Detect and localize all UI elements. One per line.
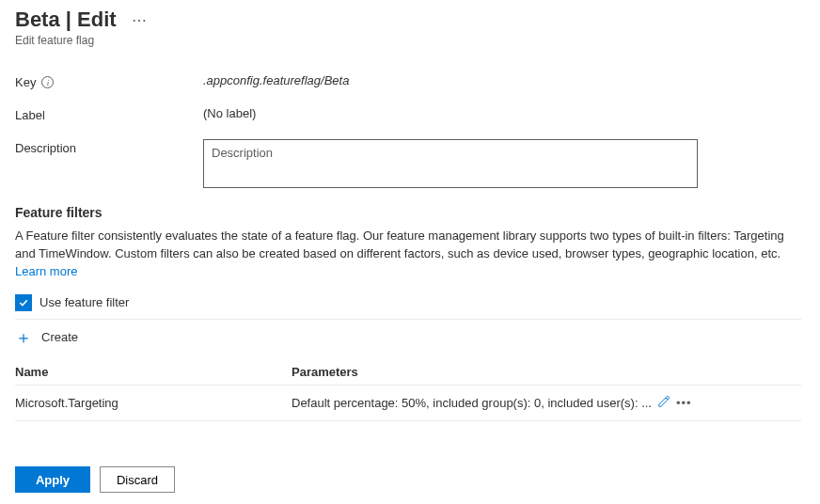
discard-button[interactable]: Discard bbox=[100, 466, 175, 493]
learn-more-link[interactable]: Learn more bbox=[15, 264, 77, 278]
table-row: Microsoft.Targeting Default percentage: … bbox=[15, 386, 801, 421]
plus-icon: ＋ bbox=[15, 329, 32, 346]
page-subtitle: Edit feature flag bbox=[15, 34, 801, 47]
label-value: (No label) bbox=[203, 106, 256, 120]
edit-icon[interactable] bbox=[657, 395, 670, 411]
filter-params: Default percentage: 50%, included group(… bbox=[292, 396, 652, 410]
create-filter-button[interactable]: ＋ Create bbox=[15, 329, 801, 346]
key-value: .appconfig.featureflag/Beta bbox=[203, 73, 349, 87]
page-title: Beta | Edit bbox=[15, 8, 117, 32]
apply-button[interactable]: Apply bbox=[15, 466, 90, 493]
label-label: Label bbox=[15, 108, 45, 122]
info-icon[interactable]: i bbox=[41, 76, 54, 88]
use-feature-filter-label: Use feature filter bbox=[39, 295, 129, 309]
create-label: Create bbox=[41, 330, 78, 344]
description-label: Description bbox=[15, 141, 76, 155]
use-feature-filter-checkbox[interactable] bbox=[15, 294, 32, 311]
checkmark-icon bbox=[18, 297, 29, 308]
description-input[interactable] bbox=[203, 139, 698, 188]
row-more-icon[interactable]: ••• bbox=[676, 396, 692, 410]
key-label: Key bbox=[15, 75, 36, 89]
filters-table-header: Name Parameters bbox=[15, 359, 801, 386]
feature-filters-description: A Feature filter consistently evaluates … bbox=[15, 228, 801, 281]
feature-filters-heading: Feature filters bbox=[15, 205, 801, 220]
header-more-icon[interactable]: ⋯ bbox=[128, 9, 150, 31]
col-params-header: Parameters bbox=[273, 365, 801, 379]
filter-name: Microsoft.Targeting bbox=[15, 396, 273, 410]
divider bbox=[15, 319, 801, 320]
col-name-header: Name bbox=[15, 365, 273, 379]
